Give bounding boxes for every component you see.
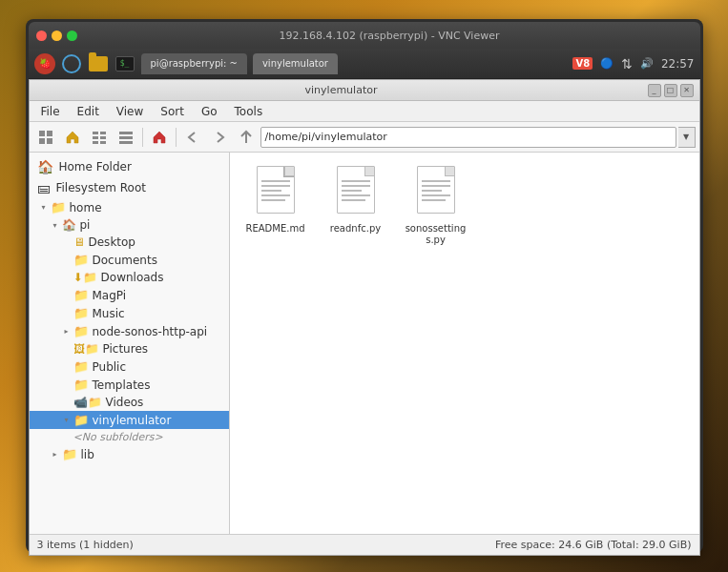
tree-toggle-node-sonos[interactable]: ▸	[60, 325, 73, 338]
svg-rect-8	[93, 141, 98, 144]
raspberry-menu-button[interactable]: 🍓	[34, 53, 55, 74]
tree-item-music[interactable]: ▸ 📁 Music	[30, 304, 229, 322]
folder-icon-videos: 📹📁	[73, 396, 102, 409]
status-freespace: Free space: 24.6 GiB (Total: 29.0 GiB)	[495, 539, 692, 551]
fm-content: README.md	[230, 153, 699, 534]
tree-toggle-home[interactable]: ▾	[37, 201, 51, 214]
folder-icon-documents: 📁	[73, 253, 89, 267]
root-bookmark-label: Filesystem Root	[56, 181, 146, 194]
tree-item-home[interactable]: ▾ 📁 home	[30, 198, 229, 216]
menu-sort[interactable]: Sort	[153, 103, 192, 120]
home-button[interactable]	[60, 126, 85, 149]
v8-badge: V8	[572, 57, 593, 70]
tree-item-vinylemulator[interactable]: ▾ 📁 vinylemulator	[30, 411, 229, 429]
menu-view[interactable]: View	[109, 103, 151, 120]
tree-label-lib: lib	[81, 448, 94, 461]
file-name-readme: README.md	[245, 223, 304, 235]
svg-rect-4	[93, 132, 98, 134]
tree-label-pi: pi	[80, 218, 91, 232]
no-subfolders-label: <No subfolders>	[30, 429, 229, 445]
tree-item-pi[interactable]: ▾ 🏠 pi	[30, 216, 229, 234]
forward-button[interactable]	[207, 126, 232, 149]
folder-icon-pictures: 🖼📁	[73, 342, 99, 356]
tree-label-node-sonos: node-sonos-http-api	[93, 325, 208, 338]
tree-label-home: home	[70, 201, 102, 214]
close-button[interactable]	[36, 31, 47, 41]
menu-tools[interactable]: Tools	[227, 103, 271, 120]
tree-item-documents[interactable]: ▸ 📁 Documents	[30, 251, 229, 269]
fm-minimize-button[interactable]: _	[648, 84, 661, 97]
volume-icon: 🔊	[640, 57, 654, 70]
tree-item-node-sonos[interactable]: ▸ 📁 node-sonos-http-api	[30, 322, 229, 340]
home-dir-button[interactable]	[147, 126, 172, 149]
raspberry-icon: 🍓	[34, 53, 55, 74]
folder-icon-pi: 🏠	[62, 218, 76, 232]
tree-toggle-magpi: ▸	[60, 289, 73, 302]
sidebar-bookmark-home[interactable]: 🏠 Home Folder	[30, 156, 229, 177]
folder-icon-desktop: 🖥	[73, 235, 85, 249]
terminal-button[interactable]: $_	[114, 53, 135, 74]
svg-rect-5	[100, 132, 106, 134]
compact-view-button[interactable]	[87, 126, 112, 149]
file-item-sonossettings[interactable]: sonossettings.py	[398, 160, 474, 252]
fm-maximize-button[interactable]: □	[664, 84, 677, 97]
back-button[interactable]	[180, 126, 205, 149]
file-item-readnfc[interactable]: readnfc.py	[318, 160, 394, 252]
browser-button[interactable]	[61, 53, 82, 74]
menu-go[interactable]: Go	[194, 103, 225, 120]
tree-toggle-pictures: ▸	[60, 342, 73, 356]
tree-toggle-downloads: ▸	[60, 271, 73, 284]
vinylemulator-tab[interactable]: vinylemulator	[253, 53, 338, 74]
svg-rect-10	[119, 132, 133, 134]
tree-label-downloads: Downloads	[101, 271, 164, 284]
tree-label-pictures: Pictures	[103, 342, 149, 356]
tree-item-videos[interactable]: ▸ 📹📁 Videos	[30, 394, 229, 411]
tree-item-pictures[interactable]: ▸ 🖼📁 Pictures	[30, 340, 229, 358]
fm-title: vinylemulator	[35, 84, 648, 96]
tree-item-templates[interactable]: ▸ 📁 Templates	[30, 376, 229, 394]
detail-view-button[interactable]	[114, 126, 138, 149]
sidebar-bookmark-root[interactable]: 🖴 Filesystem Root	[30, 177, 229, 198]
fm-toolbar: /home/pi/vinylemulator ▼	[30, 122, 699, 153]
address-dropdown-button[interactable]: ▼	[678, 127, 696, 148]
tree-toggle-pi[interactable]: ▾	[49, 218, 62, 232]
tree-toggle-lib[interactable]: ▸	[49, 448, 62, 461]
tree-item-desktop[interactable]: ▸ 🖥 Desktop	[30, 234, 229, 251]
up-button[interactable]	[234, 126, 259, 149]
status-items: 3 items (1 hidden)	[37, 539, 134, 551]
terminal-tab-label: pi@raspberrypi: ~	[151, 58, 238, 69]
svg-rect-6	[93, 136, 98, 139]
file-item-readme[interactable]: README.md	[238, 160, 314, 252]
tree-item-lib[interactable]: ▸ 📁 lib	[30, 445, 229, 463]
folder-icon-vinylemulator: 📁	[73, 413, 89, 427]
home-bookmark-label: Home Folder	[59, 160, 132, 174]
fm-titlebar: vinylemulator _ □ ✕	[30, 80, 699, 101]
menu-edit[interactable]: Edit	[70, 103, 107, 120]
filemanager-window: vinylemulator _ □ ✕ File Edit View Sort …	[29, 79, 700, 556]
minimize-button[interactable]	[52, 31, 62, 41]
tree-item-downloads[interactable]: ▸ ⬇📁 Downloads	[30, 269, 229, 286]
address-bar[interactable]: /home/pi/vinylemulator	[260, 127, 676, 148]
filemanager-button[interactable]	[88, 53, 109, 74]
svg-rect-12	[119, 141, 133, 144]
tree-item-public[interactable]: ▸ 📁 Public	[30, 358, 229, 376]
fm-close-button[interactable]: ✕	[680, 84, 694, 97]
terminal-tab[interactable]: pi@raspberrypi: ~	[141, 53, 247, 74]
folder-icon-public: 📁	[73, 359, 89, 374]
fm-body: 🏠 Home Folder 🖴 Filesystem Root ▾ 📁 home	[30, 153, 699, 534]
tree-label-public: Public	[93, 360, 127, 374]
globe-icon	[62, 54, 81, 73]
tree-toggle-vinylemulator[interactable]: ▾	[60, 414, 73, 427]
bluetooth-icon: 🔵	[600, 57, 614, 70]
tree-toggle-public: ▸	[60, 360, 73, 374]
toolbar-separator-1	[142, 128, 143, 147]
tree-toggle-templates: ▸	[60, 378, 73, 392]
menu-file[interactable]: File	[33, 103, 68, 120]
folder-icon-node-sonos: 📁	[73, 324, 89, 338]
clock: 22:57	[661, 57, 695, 71]
folder-icon-magpi: 📁	[73, 288, 89, 302]
tree-item-magpi[interactable]: ▸ 📁 MagPi	[30, 286, 229, 304]
tree-label-vinylemulator: vinylemulator	[93, 414, 172, 427]
icon-view-button[interactable]	[33, 126, 58, 149]
maximize-button[interactable]	[67, 31, 77, 41]
